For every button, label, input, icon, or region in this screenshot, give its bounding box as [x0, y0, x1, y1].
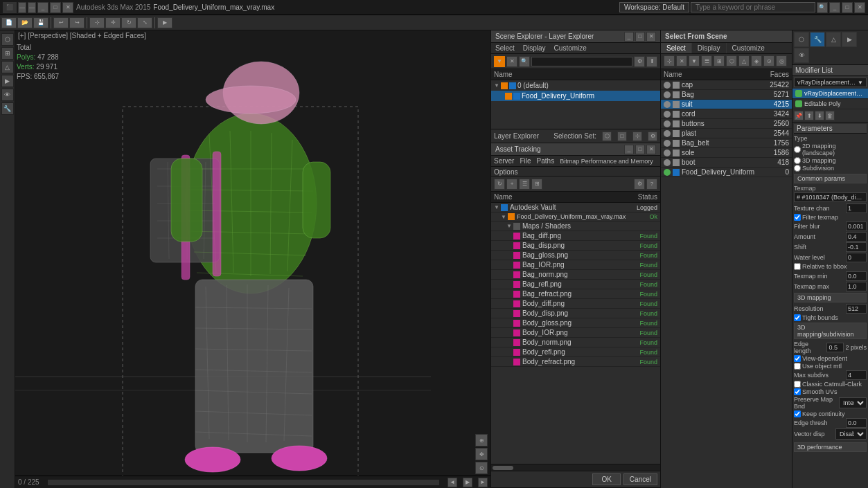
left-tool-create[interactable]: ⬡ — [1, 33, 14, 46]
sfs-row-boot[interactable]: boot 418 — [661, 158, 792, 168]
pres-map-select[interactable]: Interp — [839, 397, 867, 408]
sfs-row-bag[interactable]: Bag 5271 — [661, 90, 792, 100]
param-type-3d[interactable]: 3D mapping — [794, 157, 867, 164]
nav-orbit[interactable]: ⊕ — [475, 434, 488, 446]
resolution-input[interactable] — [846, 304, 867, 314]
at-row-bag-gloss[interactable]: Bag_gloss.png Found — [491, 251, 660, 260]
tab-create[interactable]: ⬡ — [794, 32, 809, 47]
scene-exp-menu-display[interactable]: Display — [523, 44, 546, 52]
toolbar-btn-redo[interactable]: ↪ — [69, 17, 85, 28]
scene-exp-tb-2[interactable]: ✕ — [506, 56, 517, 67]
mod-tb-delete[interactable]: 🗑 — [825, 111, 835, 120]
param-view-dep-row[interactable]: View-dependent — [794, 355, 867, 362]
at-minimize[interactable]: _ — [624, 145, 634, 154]
at-row-bag-refl[interactable]: Bag_refl.png Found — [491, 280, 660, 289]
param-keep-cont-row[interactable]: Keep continuity — [794, 410, 867, 417]
at-row-body-ior[interactable]: Body_IOR.png Found — [491, 328, 660, 338]
edgelen-input[interactable] — [826, 343, 844, 352]
param-filter-texmap-row[interactable]: Filter texmap — [794, 214, 867, 221]
maxsubdivs-input[interactable] — [846, 370, 867, 380]
left-tool-hierarchy[interactable]: △ — [1, 61, 14, 73]
layer-exp-tb1[interactable]: ⬡ — [602, 132, 612, 141]
at-scrollbar-h[interactable] — [491, 464, 660, 471]
sfs-tb-8[interactable]: ◈ — [751, 55, 762, 66]
param-texmap-value-row[interactable]: # #1018347 (Body_disp.png) — [794, 192, 867, 202]
view-dep-cb[interactable] — [794, 355, 801, 362]
sfs-row-cap[interactable]: cap 25422 — [661, 80, 792, 90]
ok-button[interactable]: OK — [592, 473, 620, 485]
sfs-tb-7[interactable]: △ — [738, 55, 750, 66]
mod-tb-move-up[interactable]: ⬆ — [804, 111, 814, 120]
at-row-bag-diff[interactable]: Bag_diff.png Found — [491, 231, 660, 241]
close-icon[interactable]: ✕ — [62, 2, 73, 13]
amount-input[interactable] — [846, 232, 867, 242]
filter-texmap-cb[interactable] — [794, 214, 801, 221]
rel-bbox-cb[interactable] — [794, 263, 801, 270]
scene-exp-tb-5[interactable]: ⬆ — [646, 56, 657, 67]
at-row-file[interactable]: ▼ Food_Delivery_Uniform_max_vray.max Ok — [491, 213, 660, 222]
toolbar-btn-move[interactable]: ✛ — [105, 17, 121, 28]
at-menu-options[interactable]: Options — [494, 168, 517, 176]
playback-play[interactable]: ▶ — [463, 478, 472, 487]
at-menu-file[interactable]: File — [520, 157, 531, 165]
at-row-maps[interactable]: ▼ Maps / Shaders — [491, 222, 660, 231]
param-rel-bbox-row[interactable]: Relative to bbox — [794, 263, 867, 270]
toolbar-btn-save[interactable]: 💾 — [33, 17, 48, 28]
workspace-label[interactable]: Workspace: Default — [619, 2, 689, 12]
mod-tb-move-down[interactable]: ⬇ — [815, 111, 824, 120]
radio-2d[interactable] — [794, 146, 801, 153]
close-app-icon[interactable]: ✕ — [854, 2, 865, 13]
sfs-tb-3[interactable]: ▼ — [689, 55, 700, 66]
water-input[interactable] — [846, 253, 867, 262]
viewport[interactable]: [+] [Perspective] [Shaded + Edged Faces]… — [15, 30, 490, 488]
sfs-tb-9[interactable]: ⊙ — [763, 55, 774, 66]
search-input[interactable] — [691, 2, 815, 12]
toolbar-btn-select[interactable]: ⊹ — [89, 17, 105, 28]
search-icon[interactable]: 🔍 — [817, 2, 828, 13]
use-obj-cb[interactable] — [794, 363, 801, 370]
scene-exp-tb-1[interactable]: ▼ — [494, 56, 505, 67]
sfs-tab-customize[interactable]: Customize — [727, 43, 770, 53]
playback-prev[interactable]: ◄ — [448, 478, 457, 487]
smooth-uvs-cb[interactable] — [794, 388, 801, 395]
scene-exp-menu-select[interactable]: Select — [495, 44, 515, 52]
sfs-row-buttons[interactable]: buttons 2560 — [661, 119, 792, 129]
param-catmull-row[interactable]: Classic Catmull-Clark — [794, 381, 867, 388]
at-row-bag-ior[interactable]: Bag_IOR.png Found — [491, 260, 660, 270]
vector-disp-select[interactable]: Disabled — [835, 428, 867, 440]
restore-icon[interactable]: □ — [50, 2, 61, 13]
menu-icon2[interactable]: — — [28, 2, 36, 13]
left-tool-utility[interactable]: 🔧 — [1, 102, 14, 115]
scene-exp-tb-3[interactable]: 🔍 — [519, 56, 530, 67]
sfs-row-suit[interactable]: suit 4215 — [661, 100, 792, 109]
at-row-body-gloss[interactable]: Body_gloss.png Found — [491, 318, 660, 328]
at-row-body-refl[interactable]: Body_refl.png Found — [491, 347, 660, 357]
layer-exp-tb2[interactable]: □ — [617, 132, 627, 141]
toolbar-btn-rotate[interactable]: ↻ — [121, 17, 136, 28]
sfs-row-sole[interactable]: sole 1586 — [661, 148, 792, 158]
menu-icon[interactable]: — — [18, 2, 26, 13]
left-tool-modify[interactable]: ⊞ — [1, 47, 14, 60]
sfs-tb-4[interactable]: ☰ — [701, 55, 712, 66]
at-row-bag-disp[interactable]: Bag_disp.png Found — [491, 241, 660, 251]
scene-exp-maximize[interactable]: □ — [635, 32, 645, 42]
maximize-app-icon[interactable]: □ — [842, 2, 853, 13]
at-menu-bitmap[interactable]: Bitmap Performance and Memory — [560, 158, 653, 165]
radio-3d[interactable] — [794, 157, 801, 164]
sfs-tb-6[interactable]: ⬡ — [726, 55, 737, 66]
tab-modify[interactable]: 🔧 — [810, 32, 825, 47]
left-tool-motion[interactable]: ▶ — [1, 75, 14, 87]
at-menu-server[interactable]: Server — [494, 157, 514, 165]
scene-exp-tb-4[interactable]: ⚙ — [634, 56, 645, 67]
at-tb-refresh[interactable]: ↻ — [494, 179, 505, 190]
shift-input[interactable] — [846, 242, 867, 252]
layer-exp-tb4[interactable]: ⚙ — [648, 132, 657, 141]
radio-subdiv[interactable] — [794, 165, 801, 172]
catmull-cb[interactable] — [794, 381, 801, 388]
tab-motion[interactable]: ▶ — [842, 32, 857, 47]
at-tb-settings[interactable]: ⚙ — [634, 179, 645, 190]
at-close[interactable]: ✕ — [646, 145, 656, 154]
toolbar-btn-open[interactable]: 📂 — [17, 17, 33, 28]
sfs-tb-5[interactable]: ⊞ — [714, 55, 725, 66]
sfs-tb-10[interactable]: ◎ — [776, 55, 787, 66]
